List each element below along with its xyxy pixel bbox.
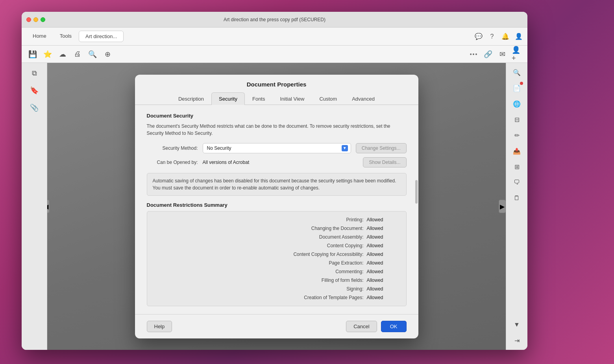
restriction-val-assembly: Allowed	[367, 234, 398, 240]
tab-home[interactable]: Home	[26, 31, 53, 42]
security-method-select[interactable]: No Security	[203, 143, 351, 153]
restriction-printing: Printing: Allowed	[155, 215, 398, 224]
close-button[interactable]	[26, 17, 31, 22]
restriction-commenting: Commenting: Allowed	[155, 267, 398, 276]
dialog: Document Properties Description Security…	[135, 75, 418, 338]
help-icon[interactable]: ?	[488, 33, 496, 40]
can-be-opened-label: Can be Opened by:	[147, 160, 198, 165]
restrictions-title: Document Restrictions Summary	[147, 202, 407, 208]
comment-icon[interactable]: 🗨	[511, 177, 522, 188]
security-description: The document's Security Method restricts…	[147, 123, 407, 137]
tab-security[interactable]: Security	[211, 92, 245, 105]
restriction-key-form-fields: Filling of form fields:	[249, 278, 367, 283]
dialog-footer: Help Cancel OK	[135, 314, 418, 338]
app-toolbar: Home Tools Art direction... 💬 ? 🔔 👤	[22, 28, 527, 46]
search-icon[interactable]: 🔍	[88, 50, 97, 59]
bookmark-icon[interactable]: ⭐	[43, 50, 52, 59]
security-method-row: Security Method: No Security ▼ Change Se…	[147, 143, 407, 153]
restriction-key-template-pages: Creation of Template Pages:	[249, 295, 367, 300]
add-user-icon[interactable]: 👤+	[512, 50, 521, 59]
show-details-button[interactable]: Show Details...	[363, 157, 406, 167]
window-title: Art direction and the press copy pdf (SE…	[224, 17, 325, 22]
restriction-val-content-copying: Allowed	[367, 243, 398, 248]
edit-icon[interactable]: ✏	[511, 130, 522, 141]
save-icon[interactable]: 💾	[28, 50, 37, 59]
restrictions-table: Printing: Allowed Changing the Document:…	[147, 211, 407, 306]
restriction-key-changing: Changing the Document:	[249, 226, 367, 231]
restriction-signing: Signing: Allowed	[155, 285, 398, 293]
toolbar-right: 💬 ? 🔔 👤	[475, 33, 523, 40]
left-sidebar: ⧉ 🔖 📎	[22, 63, 47, 350]
chat-icon[interactable]: 💬	[475, 33, 483, 40]
restriction-content-copying: Content Copying: Allowed	[155, 241, 398, 250]
attachments-icon[interactable]: 📎	[29, 102, 40, 113]
layout-icon[interactable]: ⊟	[511, 114, 522, 125]
restriction-template-pages: Creation of Template Pages: Allowed	[155, 293, 398, 302]
export-icon[interactable]: 📤	[511, 145, 522, 156]
document-security-title: Document Security	[147, 113, 407, 119]
security-method-select-wrapper: No Security ▼	[203, 143, 351, 153]
restriction-key-commenting: Commenting:	[249, 269, 367, 274]
dialog-content: Document Security The document's Securit…	[135, 105, 418, 314]
translate-icon[interactable]: 🌐	[511, 98, 522, 109]
bookmarks-icon[interactable]: 🔖	[29, 85, 40, 96]
copy-icon[interactable]: ⧉	[29, 68, 40, 79]
tab-tools[interactable]: Tools	[54, 31, 78, 42]
restrictions-section: Document Restrictions Summary Printing: …	[147, 202, 407, 306]
restriction-val-commenting: Allowed	[367, 269, 398, 274]
restriction-val-changing: Allowed	[367, 226, 398, 231]
tab-initial-view[interactable]: Initial View	[272, 92, 312, 105]
bell-icon[interactable]: 🔔	[501, 33, 509, 40]
restriction-key-page-extraction: Page Extraction:	[249, 260, 367, 266]
dialog-tabs: Description Security Fonts Initial View …	[135, 92, 418, 105]
tab-advanced[interactable]: Advanced	[344, 92, 382, 105]
restriction-val-signing: Allowed	[367, 286, 398, 292]
help-button[interactable]: Help	[147, 321, 172, 332]
maximize-button[interactable]	[41, 17, 45, 22]
change-settings-button[interactable]: Change Settings...	[356, 143, 407, 153]
nav-tabs: Home Tools Art direction...	[26, 31, 124, 42]
traffic-lights	[26, 17, 45, 22]
restriction-val-printing: Allowed	[367, 217, 398, 222]
overflow-menu-icon[interactable]: •••	[469, 50, 479, 59]
envelope-icon[interactable]: ✉	[497, 50, 507, 59]
more-icon[interactable]: ⊕	[103, 50, 112, 59]
warning-box: Automatic saving of changes has been dis…	[147, 173, 407, 196]
restriction-key-signing: Signing:	[249, 286, 367, 292]
organize-icon[interactable]: ⊞	[511, 161, 522, 172]
scan-icon[interactable]: 📄	[511, 83, 522, 94]
restriction-val-page-extraction: Allowed	[367, 260, 398, 266]
restriction-key-assembly: Document Assembly:	[249, 234, 367, 240]
restriction-val-accessibility: Allowed	[367, 252, 398, 257]
restriction-key-printing: Printing:	[249, 217, 367, 222]
avatar-icon[interactable]: 👤	[515, 33, 523, 40]
dialog-title-bar: Document Properties	[135, 75, 418, 88]
main-area: ⧉ 🔖 📎 DIREC QUE D ◀ Document Properti	[22, 63, 527, 350]
tab-art-direction[interactable]: Art direction...	[79, 31, 124, 42]
print-icon[interactable]: 🖨	[73, 50, 82, 59]
restriction-key-content-copying: Content Copying:	[249, 243, 367, 248]
modal-overlay: Document Properties Description Security…	[47, 63, 506, 350]
expand-icon[interactable]: ▼	[511, 319, 522, 330]
cancel-button[interactable]: Cancel	[346, 321, 377, 332]
tab-fonts[interactable]: Fonts	[245, 92, 273, 105]
tab-description[interactable]: Description	[171, 92, 211, 105]
dialog-scrollbar[interactable]	[415, 180, 418, 204]
dialog-title: Document Properties	[143, 81, 411, 88]
zoom-in-icon[interactable]: 🔍	[511, 67, 522, 78]
footer-buttons: Cancel OK	[346, 321, 406, 332]
can-be-opened-value: All versions of Acrobat	[203, 160, 359, 165]
upload-icon[interactable]: ☁	[58, 50, 67, 59]
security-method-label: Security Method:	[147, 145, 198, 151]
tab-custom[interactable]: Custom	[312, 92, 344, 105]
ok-button[interactable]: OK	[381, 321, 407, 332]
exit-icon[interactable]: ⇥	[511, 335, 522, 346]
link2-icon[interactable]: 🔗	[483, 50, 493, 59]
stamp-icon[interactable]: 🗒	[511, 193, 522, 204]
minimize-button[interactable]	[33, 17, 38, 22]
restriction-page-extraction: Page Extraction: Allowed	[155, 259, 398, 267]
restriction-changing: Changing the Document: Allowed	[155, 224, 398, 233]
restriction-val-template-pages: Allowed	[367, 295, 398, 300]
restriction-form-fields: Filling of form fields: Allowed	[155, 276, 398, 285]
mac-window: Art direction and the press copy pdf (SE…	[22, 12, 527, 350]
